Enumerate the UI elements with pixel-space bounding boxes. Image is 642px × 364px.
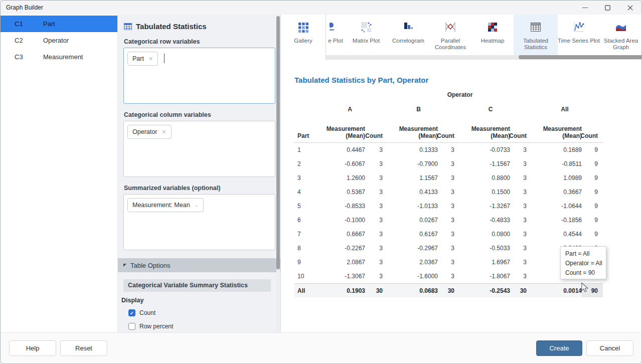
count-checkbox[interactable]: ✓ [128, 309, 135, 316]
table-cell: 0.1333 [383, 143, 438, 157]
table-cell: 3 [438, 185, 454, 199]
table-cell: -0.2967 [383, 241, 438, 255]
text-caret [164, 54, 165, 63]
table-cell: 0.4544 [527, 227, 582, 241]
row-variables-field[interactable]: Part ✕ [123, 48, 275, 104]
table-cell: 3 [365, 255, 383, 269]
gallery-item-tabulated-statistics[interactable]: Tabulated Statistics [514, 15, 558, 56]
sidebar-item-measurement[interactable]: C3 Measurement [1, 49, 117, 65]
chevron-down-icon[interactable]: ⌄ [195, 203, 199, 208]
panel-scrollbar-thumb[interactable] [276, 16, 280, 269]
gallery-item-label: Matrix Plot [353, 38, 380, 44]
table-cell: 3 [510, 241, 527, 255]
table-cell: -1.0133 [383, 199, 438, 213]
table-options-expander[interactable]: Table Options [118, 258, 280, 272]
table-cell: 9 [582, 227, 603, 241]
table-cell: -0.8511 [527, 157, 582, 171]
bubble-plot-icon [330, 21, 342, 33]
help-button[interactable]: Help [9, 340, 56, 356]
table-cell: 2 [294, 157, 317, 171]
table-cell: 3 [365, 213, 383, 227]
table-cell: 3 [510, 269, 527, 283]
gallery-item-label: Tabulated Statistics [514, 38, 558, 51]
table-cell: 3 [438, 227, 454, 241]
table-cell: 3 [365, 185, 383, 199]
report-title: Tabulated Statistics by Part, Operator [294, 76, 428, 84]
table-cell: 3 [510, 227, 527, 241]
remove-chip-icon[interactable]: ✕ [162, 129, 166, 135]
table-cell: -0.0733 [454, 143, 510, 157]
correlogram-icon [402, 21, 414, 33]
table-cell: 3 [365, 269, 383, 283]
panel-header: Tabulated Statistics [124, 22, 280, 31]
expander-triangle-icon [123, 264, 126, 267]
gallery-item-label: Parallel Coordinates [429, 38, 471, 51]
checkbox-label: Count [139, 309, 155, 316]
table-cell: -1.3267 [454, 199, 510, 213]
subheader-count-b: Count [438, 119, 454, 143]
subheader-mean-c: Measurement(Mean) [454, 119, 510, 143]
minimize-button[interactable] [574, 1, 596, 15]
variable-chip-operator[interactable]: Operator ✕ [127, 125, 172, 139]
gallery-scrollbar-thumb[interactable] [519, 55, 642, 59]
reset-button[interactable]: Reset [60, 340, 107, 356]
subheader-mean-a: Measurement(Mean) [317, 119, 365, 143]
table-cell: 2.0867 [317, 255, 365, 269]
checkbox-row-count[interactable]: ✓ Count [128, 306, 280, 319]
tooltip-line: Count = 90 [565, 268, 606, 278]
checkbox-row-row-percent[interactable]: Row percent [128, 319, 280, 332]
variable-chip-part[interactable]: Part ✕ [127, 52, 158, 66]
sidebar-item-operator[interactable]: C2 Operator [1, 32, 117, 49]
sidebar-item-part[interactable]: C1 Part [1, 16, 117, 32]
table-cell: -0.2267 [317, 241, 365, 255]
table-cell-all-row: 0.0683 [383, 283, 438, 297]
table-cell: 3 [510, 185, 527, 199]
create-button[interactable]: Create [536, 340, 582, 356]
column-list-sidebar: C1 Part C2 Operator C3 Measurement [1, 15, 117, 332]
gallery-tab[interactable]: Gallery [281, 15, 326, 60]
matrix-plot-icon [360, 21, 372, 33]
column-name: Operator [43, 37, 69, 44]
cancel-button[interactable]: Cancel [586, 340, 633, 356]
table-cell: 10 [294, 269, 317, 283]
column-id: C1 [15, 20, 43, 28]
remove-chip-icon[interactable]: ✕ [148, 56, 153, 62]
maximize-button[interactable] [596, 1, 619, 15]
summarized-variables-field[interactable]: Measurement: Mean ⌄ [123, 194, 275, 250]
table-cell: 3 [438, 157, 454, 171]
summary-statistics-section-header: Categorical Variable Summary Statistics [123, 279, 271, 292]
table-cell: 5 [294, 199, 317, 213]
row-percent-checkbox[interactable] [128, 323, 135, 330]
gallery-item-stacked-area-graph[interactable]: Stacked Area Graph [600, 15, 642, 60]
column-name: Part [43, 20, 55, 28]
table-cell: 0.0267 [383, 213, 438, 227]
tooltip-line: Operator = All [565, 259, 606, 268]
table-cell-all-row: 0.0014 [527, 283, 582, 297]
table-cell: -1.0644 [527, 199, 582, 213]
gallery-item-correlogram[interactable]: Correlogram [387, 15, 429, 60]
close-button[interactable] [619, 1, 641, 15]
subheader-count-c: Count [510, 119, 527, 143]
table-cell: 3 [438, 213, 454, 227]
table-cell: 3 [365, 157, 383, 171]
table-cell: 4 [294, 185, 317, 199]
gallery-item-bubble-plot[interactable]: e Plot [326, 15, 345, 60]
gallery-item-time-series-plot[interactable]: Time Series Plot [558, 15, 600, 60]
gallery-tab-label: Gallery [294, 38, 312, 44]
table-cell: 0.4467 [317, 143, 365, 157]
column-variables-field[interactable]: Operator ✕ [123, 121, 275, 177]
time-series-plot-icon [573, 21, 585, 33]
parallel-coordinates-icon [444, 21, 456, 33]
subheader-count-all: Count [582, 119, 603, 143]
table-cell: 1.6967 [454, 255, 510, 269]
table-cell: 3 [510, 213, 527, 227]
table-cell: 3 [438, 199, 454, 213]
variable-chip-measurement-mean[interactable]: Measurement: Mean ⌄ [127, 198, 204, 212]
table-cell: -0.6067 [317, 157, 365, 171]
gallery-item-heatmap[interactable]: Heatmap [471, 15, 514, 60]
gallery-item-parallel-coordinates[interactable]: Parallel Coordinates [429, 15, 471, 60]
table-cell: 0.3667 [527, 185, 582, 199]
table-cell: 3 [510, 199, 527, 213]
gallery-item-matrix-plot[interactable]: Matrix Plot [345, 15, 387, 60]
panel-title: Tabulated Statistics [136, 22, 207, 31]
